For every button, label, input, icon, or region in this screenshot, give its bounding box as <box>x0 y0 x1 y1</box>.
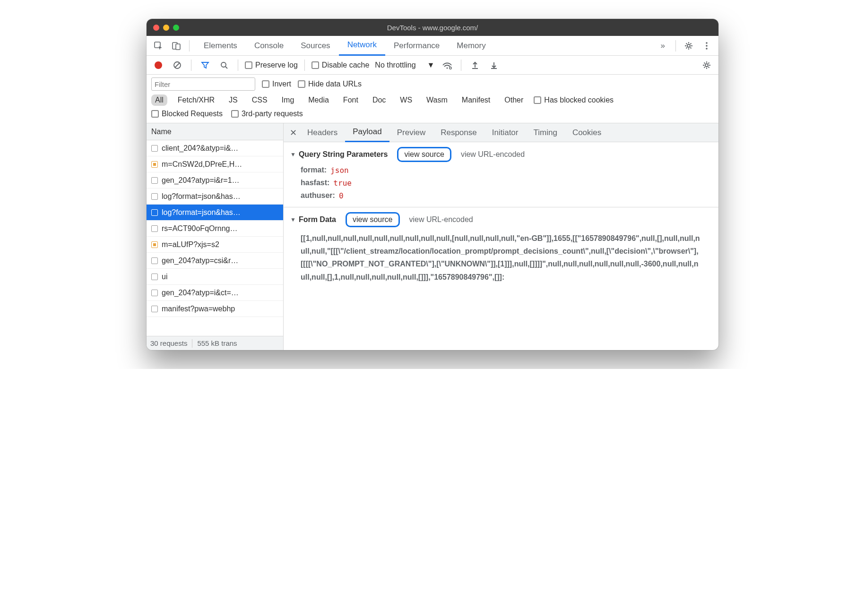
request-list-header[interactable]: Name <box>147 123 283 140</box>
inspect-element-icon[interactable] <box>151 39 165 53</box>
param-key: authuser: <box>301 191 335 200</box>
search-icon[interactable] <box>217 58 231 72</box>
panel-tab-elements[interactable]: Elements <box>195 36 246 56</box>
request-row[interactable]: m=aLUfP?xjs=s2 <box>147 237 283 253</box>
qsp-title[interactable]: ▼Query String Parameters <box>290 150 388 159</box>
has-blocked-cookies-label: Has blocked cookies <box>544 96 614 104</box>
throttling-select[interactable]: No throttling ▼ <box>374 60 435 70</box>
close-detail-button[interactable]: ✕ <box>286 128 300 138</box>
devtools-window: DevTools - www.google.com/ ElementsConso… <box>147 19 718 350</box>
param-row: format:json <box>301 166 712 175</box>
document-file-icon <box>151 257 158 264</box>
type-filter-manifest[interactable]: Manifest <box>458 94 494 106</box>
network-conditions-icon[interactable] <box>440 58 454 72</box>
third-party-label: 3rd-party requests <box>242 110 303 118</box>
import-har-icon[interactable] <box>468 58 482 72</box>
request-name: m=CnSW2d,DPreE,H… <box>162 160 242 169</box>
request-row[interactable]: manifest?pwa=webhp <box>147 301 283 317</box>
detail-tab-timing[interactable]: Timing <box>526 123 564 142</box>
request-row[interactable]: gen_204?atyp=i&r=1… <box>147 172 283 188</box>
request-name: manifest?pwa=webhp <box>162 305 235 313</box>
detail-tab-preview[interactable]: Preview <box>389 123 433 142</box>
request-name: log?format=json&has… <box>162 192 241 201</box>
type-filter-css[interactable]: CSS <box>248 94 271 106</box>
panel-tab-sources[interactable]: Sources <box>292 36 338 56</box>
record-icon <box>155 61 162 69</box>
request-row[interactable]: log?format=json&has… <box>147 188 283 205</box>
qsp-view-encoded-link[interactable]: view URL-encoded <box>461 150 525 159</box>
separator <box>191 60 191 71</box>
titlebar: DevTools - www.google.com/ <box>147 19 718 36</box>
separator <box>675 40 676 51</box>
formdata-view-encoded-link[interactable]: view URL-encoded <box>409 215 473 224</box>
separator <box>304 60 305 71</box>
detail-body: ▼Query String Parameters view source vie… <box>284 142 718 350</box>
detail-tabbar: ✕ HeadersPayloadPreviewResponseInitiator… <box>284 123 718 142</box>
request-list: Name client_204?&atyp=i&…m=CnSW2d,DPreE,… <box>147 123 284 350</box>
record-button[interactable] <box>151 58 165 72</box>
separator <box>189 40 190 51</box>
network-settings-gear-icon[interactable] <box>700 58 714 72</box>
formdata-title[interactable]: ▼Form Data <box>290 215 336 224</box>
type-filter-fetch-xhr[interactable]: Fetch/XHR <box>174 94 218 106</box>
type-filter-img[interactable]: Img <box>278 94 298 106</box>
separator <box>238 60 238 71</box>
has-blocked-cookies-checkbox[interactable]: Has blocked cookies <box>534 96 614 104</box>
request-name: m=aLUfP?xjs=s2 <box>162 240 219 249</box>
window-close-button[interactable] <box>153 25 159 31</box>
checkbox-icon <box>534 96 541 104</box>
clear-button[interactable] <box>170 58 184 72</box>
type-filter-all[interactable]: All <box>151 94 167 106</box>
detail-tab-payload[interactable]: Payload <box>345 123 389 142</box>
request-row[interactable]: ui <box>147 269 283 285</box>
disable-cache-checkbox[interactable]: Disable cache <box>311 61 370 69</box>
invert-label: Invert <box>272 80 291 88</box>
type-filter-other[interactable]: Other <box>501 94 527 106</box>
detail-tab-response[interactable]: Response <box>433 123 484 142</box>
kebab-menu-icon[interactable] <box>700 39 714 53</box>
detail-tab-cookies[interactable]: Cookies <box>565 123 609 142</box>
disclosure-triangle-icon: ▼ <box>290 151 296 158</box>
qsp-view-source-link[interactable]: view source <box>397 147 451 162</box>
request-row[interactable]: m=CnSW2d,DPreE,H… <box>147 156 283 172</box>
panel-tab-memory[interactable]: Memory <box>448 36 494 56</box>
request-row[interactable]: log?format=json&has… <box>147 205 283 221</box>
device-toolbar-icon[interactable] <box>169 39 183 53</box>
detail-tab-headers[interactable]: Headers <box>300 123 345 142</box>
request-row[interactable]: gen_204?atyp=csi&r… <box>147 253 283 269</box>
settings-gear-icon[interactable] <box>682 39 696 53</box>
svg-point-4 <box>706 42 708 44</box>
request-row[interactable]: gen_204?atyp=i&ct=… <box>147 285 283 301</box>
request-row[interactable]: client_204?&atyp=i&… <box>147 140 283 156</box>
filter-input[interactable] <box>151 77 255 91</box>
hide-data-urls-checkbox[interactable]: Hide data URLs <box>298 80 362 88</box>
request-row[interactable]: rs=ACT90oFqOrnng… <box>147 221 283 237</box>
export-har-icon[interactable] <box>487 58 501 72</box>
window-minimize-button[interactable] <box>163 25 169 31</box>
type-filter-ws[interactable]: WS <box>396 94 416 106</box>
filter-toggle-icon[interactable] <box>198 58 212 72</box>
blocked-requests-checkbox[interactable]: Blocked Requests <box>151 110 223 118</box>
preserve-log-checkbox[interactable]: Preserve log <box>245 61 298 69</box>
network-toolbar: Preserve log Disable cache No throttling… <box>147 56 718 75</box>
type-filter-media[interactable]: Media <box>304 94 333 106</box>
panel-tab-network[interactable]: Network <box>339 36 385 56</box>
invert-checkbox[interactable]: Invert <box>262 80 291 88</box>
type-filter-font[interactable]: Font <box>339 94 362 106</box>
type-filter-doc[interactable]: Doc <box>369 94 389 106</box>
third-party-checkbox[interactable]: 3rd-party requests <box>231 110 303 118</box>
panel-tab-performance[interactable]: Performance <box>385 36 448 56</box>
formdata-view-source-link[interactable]: view source <box>346 212 399 227</box>
type-filter-wasm[interactable]: Wasm <box>423 94 451 106</box>
svg-line-10 <box>225 67 227 68</box>
window-zoom-button[interactable] <box>173 25 179 31</box>
svg-point-5 <box>706 45 708 47</box>
detail-tab-initiator[interactable]: Initiator <box>484 123 526 142</box>
param-row: hasfast:true <box>301 179 712 188</box>
svg-point-11 <box>447 67 448 68</box>
checkbox-icon <box>311 61 319 69</box>
panel-tab-console[interactable]: Console <box>246 36 292 56</box>
main-split: Name client_204?&atyp=i&…m=CnSW2d,DPreE,… <box>147 123 718 350</box>
type-filter-js[interactable]: JS <box>225 94 242 106</box>
more-tabs-button[interactable]: » <box>656 36 670 56</box>
